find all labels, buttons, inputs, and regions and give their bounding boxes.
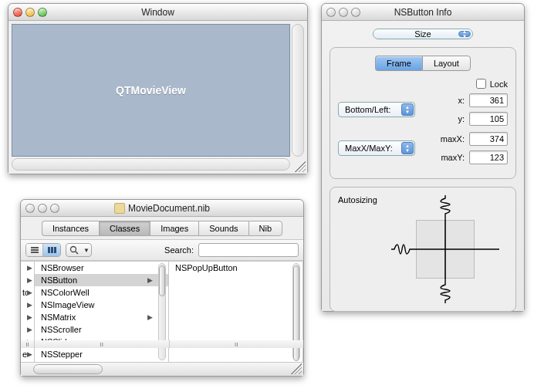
svg-rect-7 xyxy=(48,247,50,253)
list-item[interactable]: ew▶ xyxy=(21,348,34,360)
spring-bottom-icon[interactable] xyxy=(440,279,451,303)
titlebar[interactable]: MovieDocument.nib xyxy=(21,200,303,217)
minimize-icon[interactable] xyxy=(38,204,47,213)
column-splitter[interactable]: II xyxy=(21,340,35,348)
search-label: Search: xyxy=(164,245,194,255)
frame-layout-tabs: FrameLayout xyxy=(338,56,508,71)
close-icon[interactable] xyxy=(25,204,35,213)
titlebar[interactable]: Window xyxy=(8,4,307,21)
list-item[interactable]: ▶ xyxy=(21,311,34,323)
chevron-right-icon: ▶ xyxy=(27,301,32,309)
svg-rect-4 xyxy=(31,247,39,248)
list-item[interactable]: tor▶ xyxy=(21,286,34,299)
list-item[interactable]: NSScroller xyxy=(35,323,168,336)
tab-frame[interactable]: Frame xyxy=(375,56,422,71)
autosizing-label: Autosizing xyxy=(338,195,377,204)
svg-line-11 xyxy=(76,252,78,254)
window-content: QTMovieView xyxy=(8,21,307,174)
strut-horizontal-icon[interactable] xyxy=(416,248,499,250)
chevron-right-icon: ▶ xyxy=(27,264,32,272)
popup-value: Bottom/Left: xyxy=(345,105,390,114)
minimize-icon[interactable] xyxy=(339,8,348,17)
x-field[interactable] xyxy=(469,93,508,107)
updown-arrows-icon: ▲▼ xyxy=(401,103,414,116)
horizontal-scrollbar[interactable] xyxy=(21,362,303,376)
traffic-lights xyxy=(13,8,56,17)
column-splitter[interactable]: II xyxy=(35,340,170,348)
list-item[interactable]: ▶ xyxy=(21,274,34,286)
window-resize-grip-icon[interactable] xyxy=(293,160,306,172)
view-mode-list-icon[interactable] xyxy=(26,244,43,256)
list-item[interactable]: ▶ xyxy=(21,299,34,311)
y-label: y: xyxy=(458,114,465,123)
tab-images[interactable]: Images xyxy=(150,221,198,236)
list-item[interactable]: NSImageView xyxy=(35,299,168,311)
chevron-right-icon: ▶ xyxy=(27,289,32,296)
view-mode-columns-icon[interactable] xyxy=(43,244,60,256)
scroll-thumb[interactable] xyxy=(33,364,103,374)
chevron-right-icon: ▶ xyxy=(27,326,32,333)
chevron-right-icon: ▶ xyxy=(147,313,153,321)
chevron-right-icon: ▶ xyxy=(27,313,32,321)
window-content: Size ▲▼ FrameLayout Lock Bottom/Left: ▲▼… xyxy=(322,21,524,311)
close-icon[interactable] xyxy=(13,8,22,17)
minimize-icon[interactable] xyxy=(25,8,35,17)
maxy-label: maxY: xyxy=(441,153,465,162)
lock-checkbox[interactable] xyxy=(476,79,486,89)
inspector-pane-popup[interactable]: Size ▲▼ xyxy=(373,29,473,39)
class-browser: ▶▶tor▶▶▶▶▶ew▶ NSBrowserNSButton▶NSColorW… xyxy=(21,261,303,362)
tab-layout[interactable]: Layout xyxy=(422,56,471,71)
filter-menu[interactable]: ▼ xyxy=(66,243,92,257)
popup-value: Size xyxy=(414,29,431,39)
autosizing-control[interactable] xyxy=(391,195,499,303)
traffic-lights xyxy=(25,204,69,213)
qtmovieview-placeholder[interactable]: QTMovieView xyxy=(12,24,290,157)
svg-rect-6 xyxy=(31,252,39,253)
list-item[interactable]: NSMatrix▶ xyxy=(35,311,168,323)
autosizing-groupbox: Autosizing xyxy=(330,187,516,312)
close-icon[interactable] xyxy=(326,8,336,17)
popup-value: MaxX/MaxY: xyxy=(345,144,393,153)
titlebar[interactable]: NSButton Info xyxy=(322,4,524,21)
window-qtmovieview: Window QTMovieView xyxy=(8,3,308,174)
x-label: x: xyxy=(458,96,465,105)
list-item[interactable]: NSBrowser xyxy=(35,262,168,274)
origin-mode-popup[interactable]: Bottom/Left: ▲▼ xyxy=(338,102,415,117)
svg-rect-5 xyxy=(31,249,39,251)
tab-classes[interactable]: Classes xyxy=(99,221,150,236)
vertical-scrollbar[interactable] xyxy=(292,24,304,157)
maxx-label: maxX: xyxy=(441,134,465,144)
maxy-field[interactable] xyxy=(469,150,508,164)
list-item[interactable]: NSButton▶ xyxy=(35,274,168,286)
y-field[interactable] xyxy=(469,112,508,126)
zoom-icon[interactable] xyxy=(38,8,47,17)
nib-tabs: InstancesClassesImagesSoundsNib xyxy=(21,217,303,236)
chevron-right-icon: ▶ xyxy=(27,276,32,284)
list-item[interactable]: NSStepper xyxy=(35,348,168,360)
spring-top-icon[interactable] xyxy=(440,195,451,220)
chevron-right-icon: ▶ xyxy=(147,276,153,284)
window-content: InstancesClassesImagesSoundsNib ▼ Search… xyxy=(21,217,303,376)
size-mode-popup[interactable]: MaxX/MaxY: ▲▼ xyxy=(338,140,415,156)
spring-left-icon[interactable] xyxy=(391,244,416,255)
list-item[interactable]: ▶ xyxy=(21,323,34,336)
nib-file-icon xyxy=(114,203,125,214)
window-resize-grip-icon[interactable] xyxy=(289,362,302,374)
chevron-right-icon: ▶ xyxy=(27,350,32,358)
nib-toolbar: ▼ Search: xyxy=(21,239,303,261)
list-item[interactable]: NSPopUpButton xyxy=(169,262,302,274)
tab-instances[interactable]: Instances xyxy=(42,221,99,236)
search-icon xyxy=(66,245,82,255)
column-splitter[interactable]: II xyxy=(170,340,304,348)
list-item[interactable]: NSColorWell xyxy=(35,286,168,299)
horizontal-scrollbar[interactable] xyxy=(12,158,290,171)
tab-nib[interactable]: Nib xyxy=(248,221,283,236)
list-item[interactable]: ▶ xyxy=(21,262,34,274)
updown-arrows-icon: ▲▼ xyxy=(401,142,414,154)
zoom-icon[interactable] xyxy=(50,204,59,213)
search-input[interactable] xyxy=(198,243,299,257)
maxx-field[interactable] xyxy=(469,132,508,146)
chevron-down-icon: ▼ xyxy=(82,247,91,254)
tab-sounds[interactable]: Sounds xyxy=(198,221,248,236)
zoom-icon[interactable] xyxy=(351,8,360,17)
